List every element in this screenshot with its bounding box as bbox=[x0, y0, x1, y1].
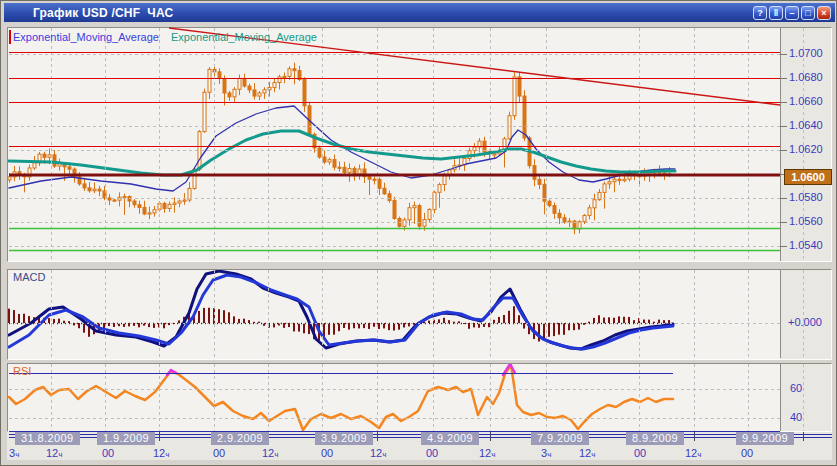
window-controls: ? ‖ – □ × bbox=[753, 6, 835, 20]
date-axis[interactable] bbox=[7, 432, 832, 460]
main-chart-panel[interactable] bbox=[7, 27, 832, 262]
pause-button[interactable]: ‖ bbox=[769, 6, 783, 20]
app-window: График USD /CHF ЧАС ? ‖ – □ × Exponentia… bbox=[0, 0, 837, 466]
help-button[interactable]: ? bbox=[753, 6, 767, 20]
title-bar[interactable]: График USD /CHF ЧАС ? ‖ – □ × bbox=[4, 3, 835, 22]
maximize-button[interactable]: □ bbox=[801, 6, 815, 20]
macd-panel[interactable] bbox=[7, 269, 832, 360]
close-icon[interactable]: × bbox=[817, 6, 831, 20]
window-title: График USD /CHF ЧАС bbox=[4, 6, 173, 20]
minimize-button[interactable]: – bbox=[785, 6, 799, 20]
rsi-panel[interactable] bbox=[7, 363, 832, 432]
